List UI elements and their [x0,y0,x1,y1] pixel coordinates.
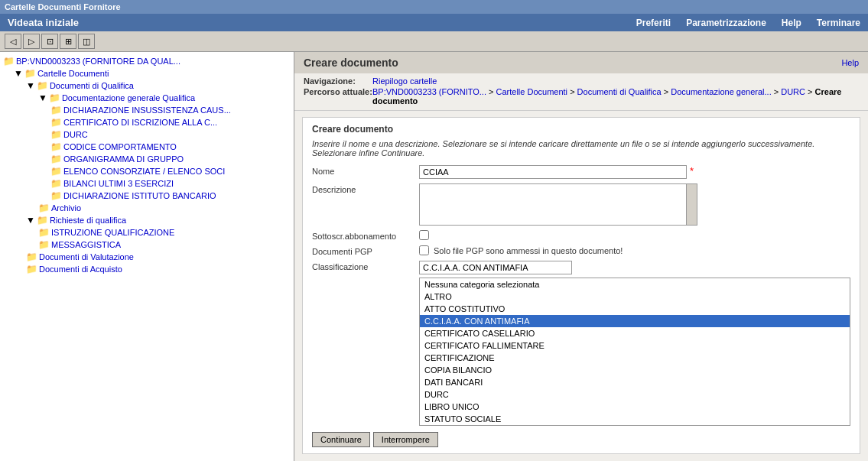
dropdown-item-dati-ban[interactable]: DATI BANCARI [420,376,850,388]
form-row-pgp: Documenti PGP Solo file PGP sono ammessi… [312,245,850,256]
expand-icon-richieste: ▼ [26,215,35,226]
tree-link-archivio[interactable]: Archivio [51,203,81,213]
input-nome[interactable] [419,165,687,179]
dropdown-item-libro[interactable]: LIBRO UNICO [420,401,850,413]
tree-item-dichiarazione[interactable]: 📁 DICHIARAZIONE INSUSSISTENZA CAUS... [0,104,294,116]
tree-item-codice[interactable]: 📁 CODICE COMPORTAMENTO [0,141,294,153]
breadcrumb: BP:VND0003233 (FORNITO... > Cartelle Doc… [372,87,859,106]
dropdown-item-copia-bil[interactable]: COPIA BILANCIO [420,364,850,376]
tree-item-bilanci[interactable]: 📁 BILANCI ULTIMI 3 ESERCIZI [0,177,294,190]
dropdown-item-cert-fall[interactable]: CERTIFICATO FALLIMENTARE [420,339,850,352]
menu-preferiti[interactable]: Preferiti [636,18,671,28]
path-item-4[interactable]: DURC [781,87,805,96]
dropdown-list-open: Nessuna categoria selezionata ALTRO ATTO… [419,278,850,426]
tree-link-bilanci[interactable]: BILANCI ULTIMI 3 ESERCIZI [63,179,174,188]
tree-link-qualifica[interactable]: Documenti di Qualifica [50,81,134,90]
nav-link[interactable]: Riepilogo cartelle [372,76,437,86]
tree-item-richieste[interactable]: ▼ 📁 Richieste di qualifica [0,214,294,226]
tree-link-messaggistica[interactable]: MESSAGGISTICA [51,240,121,249]
main-container: 📁 BP:VND0003233 (FORNITORE DA QUAL... ▼ … [0,52,868,461]
menu-parametrizzazione[interactable]: Parametrizzazione [686,18,766,28]
menu-bar: Videata iniziale Preferiti Parametrizzaz… [0,14,868,31]
tree-link-doc-gen[interactable]: Documentazione generale Qualifica [62,93,195,102]
path-item-0[interactable]: BP:VND0003233 (FORNITO... [372,87,486,96]
folder-icon-istruzione: 📁 [38,227,50,238]
tree-link-elenco[interactable]: ELENCO CONSORZIATE / ELENCO SOCI [63,167,225,176]
menu-bar-items: Preferiti Parametrizzazione Help Termina… [636,18,860,28]
dropdown-item-nessuna[interactable]: Nessuna categoria selezionata [420,278,850,291]
tree-link-certificato[interactable]: CERTIFICATO DI ISCRIZIONE ALLA C... [63,118,217,127]
tree-link-acquisto[interactable]: Documenti di Acquisto [39,265,122,274]
tree-item-archivio[interactable]: 📁 Archivio [0,202,294,214]
dropdown-item-statuto[interactable]: STATUTO SOCIALE [420,413,850,425]
tree-item-cartelle[interactable]: ▼ 📁 Cartelle Documenti [0,67,294,80]
menu-terminare[interactable]: Terminare [817,18,860,28]
path-item-1[interactable]: Cartelle Documenti [496,87,568,96]
right-header: Creare documento Help [294,52,868,73]
tree-link-durc[interactable]: DURC [63,130,88,139]
tree-item-istruzione[interactable]: 📁 ISTRUZIONE QUALIFICAZIONE [0,226,294,239]
dropdown-item-certif[interactable]: CERTIFICAZIONE [420,352,850,364]
folder-icon-certificato: 📁 [50,117,62,128]
tree-item-organi[interactable]: 📁 ORGANIGRAMMA DI GRUPPO [0,153,294,165]
checkbox-pgp[interactable] [419,245,429,255]
folder-icon-bilanci: 📁 [50,178,62,189]
folder-icon-archivio: 📁 [38,203,50,213]
scrollbar-stub[interactable] [686,184,697,225]
tree-item-elenco[interactable]: 📁 ELENCO CONSORZIATE / ELENCO SOCI [0,165,294,177]
dropdown-classificazione[interactable]: Nessuna categoria selezionataALTROATTO C… [419,261,572,274]
checkbox-sottoscr[interactable] [419,230,429,240]
tree-link-dich-ist[interactable]: DICHIARAZIONE ISTITUTO BANCARIO [63,191,216,200]
tree-item-certificato[interactable]: 📁 CERTIFICATO DI ISCRIZIONE ALLA C... [0,116,294,128]
left-panel: 📁 BP:VND0003233 (FORNITORE DA QUAL... ▼ … [0,52,294,461]
tree-link-valutazione[interactable]: Documenti di Valutazione [39,252,134,261]
toolbar-btn-3[interactable]: ⊡ [41,34,58,49]
tree-item-valutazione[interactable]: 📁 Documenti di Valutazione [0,251,294,263]
toolbar-btn-2[interactable]: ▷ [23,34,40,49]
folder-icon-acquisto: 📁 [26,264,37,274]
path-item-2[interactable]: Documenti di Qualifica [577,87,662,96]
tree-link-cartelle[interactable]: Cartelle Documenti [37,69,109,78]
required-star: * [690,165,694,177]
toolbar-btn-5[interactable]: ◫ [78,34,95,49]
right-panel: Creare documento Help Navigazione: Riepi… [294,52,868,461]
tree-item-doc-gen[interactable]: ▼ 📁 Documentazione generale Qualifica [0,92,294,104]
pgp-checkbox-row: Solo file PGP sono ammessi in questo doc… [419,245,623,255]
folder-icon-valutazione: 📁 [26,252,37,262]
tree-item-durc[interactable]: 📁 DURC [0,128,294,141]
tree-link-codice[interactable]: CODICE COMPORTAMENTO [63,142,177,151]
tree-link-organi[interactable]: ORGANIGRAMMA DI GRUPPO [63,154,184,164]
tree-root[interactable]: 📁 BP:VND0003233 (FORNITORE DA QUAL... [0,55,294,67]
form-row-descrizione: Descrizione [312,183,850,226]
path-item-3[interactable]: Documentazione general... [671,87,771,96]
dropdown-item-durc[interactable]: DURC [420,388,850,401]
help-link[interactable]: Help [841,58,859,67]
button-row: Continuare Interrompere [312,432,850,447]
dropdown-item-cert-cas[interactable]: CERTIFICATO CASELLARIO [420,327,850,339]
textarea-descrizione[interactable] [420,184,697,222]
dropdown-item-altro[interactable]: ALTRO [420,291,850,303]
toolbar-btn-1[interactable]: ◁ [5,34,21,49]
folder-icon-dichiarazione: 📁 [50,105,62,115]
tree-item-messaggistica[interactable]: 📁 MESSAGGISTICA [0,239,294,251]
tree-item-qualifica[interactable]: ▼ 📁 Documenti di Qualifica [0,80,294,92]
tree-link-dichiarazione[interactable]: DICHIARAZIONE INSUSSISTENZA CAUS... [63,106,231,115]
tree-item-dichiarazione-istituto[interactable]: 📁 DICHIARAZIONE ISTITUTO BANCARIO [0,190,294,202]
tree-item-acquisto[interactable]: 📁 Documenti di Acquisto [0,263,294,275]
folder-icon-richieste: 📁 [37,215,48,226]
continue-button[interactable]: Continuare [312,432,370,447]
title-bar-text: Cartelle Documenti Fornitore [5,2,121,11]
menu-help[interactable]: Help [782,18,801,28]
toolbar: ◁ ▷ ⊡ ⊞ ◫ [0,31,868,52]
label-nome: Nome [312,165,419,176]
dropdown-item-cciaa[interactable]: C.C.I.A.A. CON ANTIMAFIA [420,315,850,327]
form-row-sottoscr: Sottoscr.abbonamento [312,230,850,241]
pgp-note: Solo file PGP sono ammessi in questo doc… [434,246,623,255]
folder-icon-dich-ist: 📁 [50,190,62,201]
dropdown-item-atto[interactable]: ATTO COSTITUTIVO [420,303,850,315]
tree-link-istruzione[interactable]: ISTRUZIONE QUALIFICAZIONE [51,228,174,237]
toolbar-btn-4[interactable]: ⊞ [60,34,76,49]
tree-link-richieste[interactable]: Richieste di qualifica [50,216,126,225]
interrupt-button[interactable]: Interrompere [373,432,438,447]
tree-root-link[interactable]: BP:VND0003233 (FORNITORE DA QUAL... [16,57,180,66]
